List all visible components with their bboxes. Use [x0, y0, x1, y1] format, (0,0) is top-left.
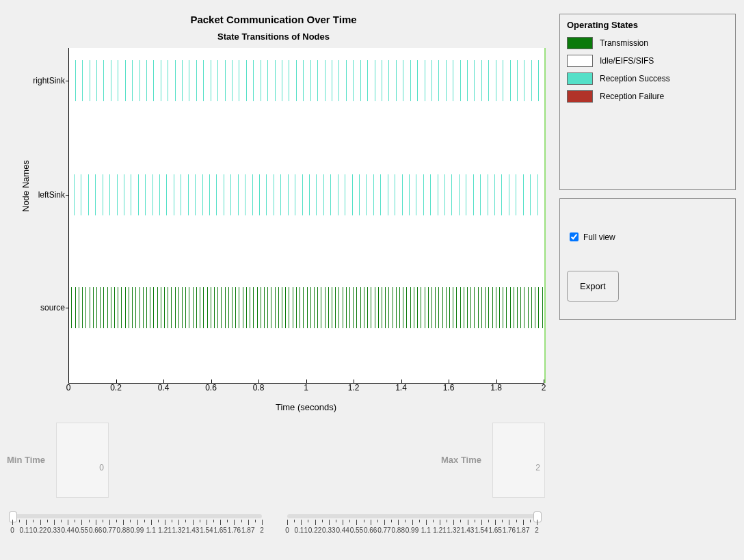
- event-line: [171, 287, 172, 328]
- slider-tick-label: 1.43: [186, 526, 199, 534]
- event-line: [195, 174, 196, 215]
- event-line: [378, 287, 379, 328]
- min-time-input[interactable]: 0: [56, 423, 109, 498]
- y-tick-label: rightSink: [0, 76, 65, 85]
- event-line: [375, 287, 375, 328]
- y-tick-mark: [66, 195, 68, 196]
- event-line: [453, 60, 453, 101]
- fullview-checkbox[interactable]: [570, 232, 579, 241]
- event-line: [90, 287, 90, 328]
- event-line: [296, 60, 297, 101]
- event-line: [537, 174, 538, 215]
- event-line: [467, 287, 468, 328]
- export-button[interactable]: Export: [567, 271, 619, 302]
- event-line: [538, 287, 539, 328]
- event-line: [225, 60, 226, 101]
- event-line: [189, 287, 189, 328]
- event-line: [456, 287, 457, 328]
- event-line: [460, 60, 461, 101]
- event-line: [232, 287, 232, 328]
- event-line: [75, 60, 76, 101]
- slider-tick: [40, 520, 41, 525]
- event-line: [349, 287, 350, 328]
- event-line: [181, 174, 181, 215]
- event-line: [132, 287, 133, 328]
- slider-tick: [453, 520, 454, 525]
- event-line: [125, 287, 126, 328]
- event-line: [453, 287, 453, 328]
- event-line: [459, 174, 460, 215]
- max-time-slider[interactable]: 00.110.220.330.440.550.660.770.880.991.1…: [280, 514, 544, 548]
- event-line: [488, 174, 488, 215]
- event-line: [460, 287, 461, 328]
- event-line: [388, 60, 389, 101]
- slider-minor-tick: [502, 520, 503, 522]
- slider-tick-label: 0.11: [295, 526, 308, 534]
- event-line: [209, 174, 210, 215]
- slider-tick-label: 0.55: [350, 526, 363, 534]
- slider-tick: [165, 520, 165, 525]
- event-line: [135, 287, 136, 328]
- x-tick-label: 0: [55, 383, 82, 392]
- event-line: [203, 60, 204, 101]
- event-line: [224, 174, 224, 215]
- event-line: [111, 287, 111, 328]
- slider-tick: [481, 520, 482, 525]
- min-time-slider[interactable]: 00.110.220.330.440.550.660.770.880.991.1…: [5, 514, 269, 548]
- fullview-checkbox-row[interactable]: Full view: [567, 230, 728, 243]
- x-tick-label: 1.4: [388, 383, 415, 392]
- event-line: [396, 60, 397, 101]
- slider-tick: [509, 520, 509, 525]
- min-time-value: 0: [99, 463, 104, 472]
- slider-minor-tick: [130, 520, 131, 522]
- legend-label: Transmission: [600, 38, 648, 48]
- max-time-input[interactable]: 2: [492, 423, 545, 498]
- slider-tick: [495, 520, 496, 525]
- slider-tick-label: 0.33: [322, 526, 335, 534]
- event-line: [275, 60, 276, 101]
- event-line: [131, 174, 131, 215]
- chart-subtitle: State Transitions of Nodes: [0, 31, 547, 42]
- slider-tick: [398, 520, 399, 525]
- event-line: [446, 60, 447, 101]
- event-line: [82, 60, 83, 101]
- event-line: [510, 60, 511, 101]
- event-line: [517, 60, 518, 101]
- event-line: [216, 174, 217, 215]
- event-line: [264, 287, 265, 328]
- event-line: [352, 174, 353, 215]
- legend-title: Operating States: [567, 20, 728, 30]
- event-line: [509, 174, 509, 215]
- event-line: [214, 287, 215, 328]
- slider-minor-tick: [241, 520, 242, 522]
- event-line: [473, 174, 474, 215]
- event-line: [494, 174, 495, 215]
- event-line: [346, 287, 347, 328]
- slider-tick: [537, 520, 537, 525]
- node-row-rightSink: [69, 60, 544, 101]
- y-tick-label: source: [0, 303, 65, 312]
- event-line: [393, 287, 393, 328]
- event-line: [253, 60, 254, 101]
- slider-tick-label: 0.88: [391, 526, 404, 534]
- event-line: [446, 287, 447, 328]
- event-line: [425, 60, 425, 101]
- event-line: [403, 60, 403, 101]
- event-line: [245, 174, 245, 215]
- event-line: [159, 174, 160, 215]
- legend-swatch: [567, 55, 593, 67]
- event-line: [252, 174, 253, 215]
- event-line: [100, 287, 101, 328]
- event-line: [431, 60, 432, 101]
- event-line: [175, 287, 176, 328]
- event-line: [189, 60, 189, 101]
- event-line: [88, 174, 89, 215]
- x-axis-label: Time (seconds): [68, 402, 544, 412]
- event-line: [481, 60, 482, 101]
- event-line: [230, 174, 231, 215]
- event-line: [253, 287, 254, 328]
- slider-tick: [207, 520, 207, 525]
- x-tick-label: 1: [293, 383, 320, 392]
- event-line: [288, 174, 289, 215]
- slider-tick: [412, 520, 413, 525]
